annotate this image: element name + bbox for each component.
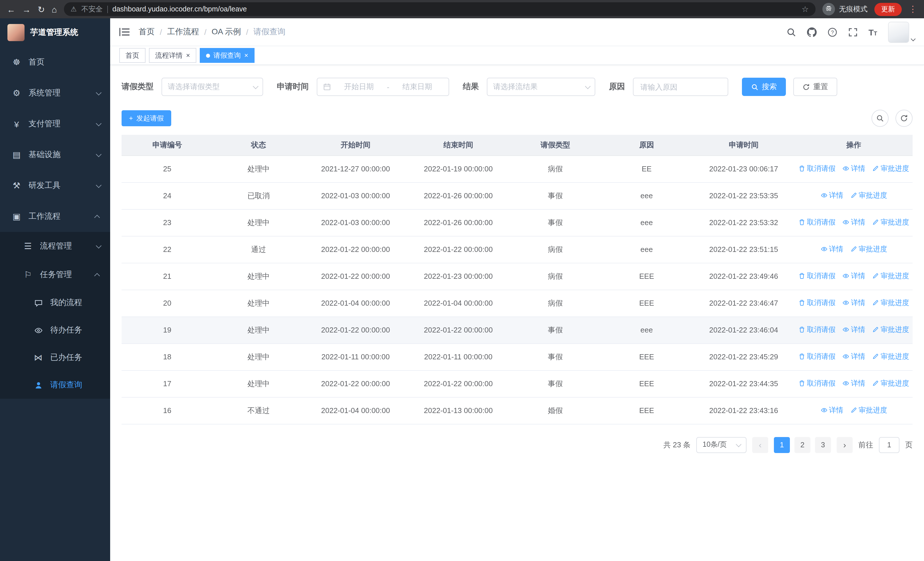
url-text[interactable]: dashboard.yudao.iocoder.cn/bpm/oa/leave: [112, 5, 797, 13]
sidebar-item-my-process[interactable]: 我的流程: [0, 289, 110, 316]
address-bar[interactable]: ⚠ 不安全 dashboard.yudao.iocoder.cn/bpm/oa/…: [64, 2, 816, 16]
page-button-1[interactable]: 1: [774, 437, 790, 453]
page-button-2[interactable]: 2: [795, 437, 810, 453]
sidebar-item-label: 基础设施: [28, 150, 60, 160]
audit-progress-link[interactable]: 审批进度: [872, 164, 909, 174]
cancel-leave-link[interactable]: 取消请假: [798, 271, 836, 281]
font-size-icon[interactable]: TT: [868, 28, 877, 36]
action-label: 审批进度: [859, 406, 887, 415]
detail-link[interactable]: 详情: [820, 245, 843, 254]
search-icon[interactable]: [786, 27, 796, 37]
avatar[interactable]: [888, 21, 909, 42]
page-button-3[interactable]: 3: [815, 437, 831, 453]
collapse-sidebar-icon[interactable]: [119, 27, 129, 36]
end-time-cell: 2022-01-19 00:00:00: [407, 155, 510, 182]
page-size-select[interactable]: 10条/页: [696, 437, 747, 453]
audit-progress-link[interactable]: 审批进度: [850, 406, 887, 415]
forward-icon[interactable]: →: [22, 5, 31, 14]
apply-time-range-picker[interactable]: 开始日期 - 结束日期: [317, 78, 449, 96]
reset-button[interactable]: 重置: [793, 78, 837, 96]
detail-link[interactable]: 详情: [842, 164, 865, 174]
tab-process-detail[interactable]: 流程详情 ×: [149, 48, 196, 63]
detail-link[interactable]: 详情: [842, 379, 865, 388]
apply-time-cell: 2022-01-22 23:45:29: [692, 343, 795, 370]
security-label[interactable]: 不安全: [81, 4, 103, 14]
close-icon[interactable]: ×: [244, 52, 248, 59]
detail-link[interactable]: 详情: [842, 352, 865, 362]
detail-link[interactable]: 详情: [842, 218, 865, 227]
goto-page-input[interactable]: [879, 437, 900, 453]
sidebar-item-leave-query[interactable]: 请假查询: [0, 371, 110, 399]
status-cell: 处理中: [213, 290, 304, 316]
cancel-leave-link[interactable]: 取消请假: [798, 298, 836, 308]
audit-progress-link[interactable]: 审批进度: [872, 352, 909, 362]
edit-icon: [872, 300, 879, 307]
detail-link[interactable]: 详情: [842, 325, 865, 335]
sidebar-item-workflow[interactable]: ▣ 工作流程: [0, 201, 110, 232]
cancel-leave-link[interactable]: 取消请假: [798, 379, 836, 388]
detail-link[interactable]: 详情: [820, 191, 843, 200]
detail-link[interactable]: 详情: [842, 298, 865, 308]
browser-menu-icon[interactable]: ⋮: [909, 4, 917, 14]
cancel-leave-link[interactable]: 取消请假: [798, 218, 836, 227]
application-id-cell: 22: [122, 236, 213, 263]
fullscreen-icon[interactable]: [848, 27, 858, 37]
reload-icon[interactable]: ↻: [38, 5, 45, 14]
back-icon[interactable]: ←: [7, 5, 15, 14]
create-leave-button[interactable]: + 发起请假: [122, 110, 171, 126]
search-button[interactable]: 搜索: [742, 78, 786, 96]
end-time-cell: 2022-01-11 00:00:00: [407, 343, 510, 370]
audit-progress-link[interactable]: 审批进度: [850, 191, 887, 200]
audit-progress-link[interactable]: 审批进度: [872, 298, 909, 308]
sidebar-item-devtools[interactable]: ⚒ 研发工具: [0, 170, 110, 201]
table-row: 16不通过2022-01-04 00:00:002022-01-13 00:00…: [122, 397, 913, 424]
sidebar-item-system[interactable]: ⚙ 系统管理: [0, 78, 110, 108]
incognito-icon: [822, 3, 835, 15]
sidebar-item-home[interactable]: ☸ 首页: [0, 47, 110, 78]
sidebar-item-process-mgmt[interactable]: ☰ 流程管理: [0, 232, 110, 260]
audit-progress-link[interactable]: 审批进度: [872, 271, 909, 281]
status-cell: 处理中: [213, 370, 304, 397]
user-menu[interactable]: [888, 21, 915, 42]
breadcrumb-item[interactable]: OA 示例: [212, 27, 241, 37]
audit-progress-link[interactable]: 审批进度: [872, 379, 909, 388]
update-button[interactable]: 更新: [874, 3, 902, 16]
browser-home-icon[interactable]: ⌂: [52, 5, 57, 14]
cancel-leave-link[interactable]: 取消请假: [798, 352, 836, 362]
reason-input[interactable]: [633, 78, 728, 96]
cancel-leave-link[interactable]: 取消请假: [798, 164, 836, 174]
goto-label: 前往: [858, 439, 873, 450]
github-icon[interactable]: [807, 27, 816, 37]
sidebar-menu: ☸ 首页 ⚙ 系统管理 ¥ 支付管理 ▤ 基础设施 ⚒ 研发工具: [0, 47, 110, 399]
table-header-row: 申请编号 状态 开始时间 结束时间 请假类型 原因 申请时间 操作: [122, 135, 913, 155]
sidebar-item-done-tasks[interactable]: ⋈ 已办任务: [0, 344, 110, 371]
prev-page-button[interactable]: ‹: [752, 437, 768, 453]
audit-progress-link[interactable]: 审批进度: [872, 325, 909, 335]
start-date-input[interactable]: 开始日期: [333, 82, 385, 92]
sidebar-item-payment[interactable]: ¥ 支付管理: [0, 108, 110, 139]
tab-leave-query[interactable]: 请假查询 ×: [200, 48, 255, 63]
toggle-search-button[interactable]: [872, 110, 889, 127]
breadcrumb-item[interactable]: 工作流程: [167, 27, 199, 37]
refresh-table-button[interactable]: [896, 110, 913, 127]
sidebar-item-todo-tasks[interactable]: 待办任务: [0, 316, 110, 344]
detail-link[interactable]: 详情: [842, 271, 865, 281]
cancel-leave-link[interactable]: 取消请假: [798, 325, 836, 335]
sidebar-item-task-mgmt[interactable]: ⚐ 任务管理: [0, 260, 110, 289]
audit-progress-link[interactable]: 审批进度: [850, 245, 887, 254]
chat-icon: [33, 298, 44, 308]
bookmark-star-icon[interactable]: ☆: [802, 5, 809, 14]
next-page-button[interactable]: ›: [837, 437, 853, 453]
close-icon[interactable]: ×: [186, 52, 190, 59]
breadcrumb-item[interactable]: 首页: [139, 27, 154, 37]
detail-link[interactable]: 详情: [820, 406, 843, 415]
leave-type-select[interactable]: 请选择请假类型: [162, 78, 263, 96]
sidebar-item-infra[interactable]: ▤ 基础设施: [0, 139, 110, 170]
end-date-input[interactable]: 结束日期: [392, 82, 443, 92]
tags-view-bar: 首页 流程详情 × 请假查询 ×: [110, 46, 924, 65]
tab-home[interactable]: 首页: [119, 48, 146, 63]
app-logo[interactable]: 芋道管理系统: [0, 18, 110, 47]
audit-progress-link[interactable]: 审批进度: [872, 218, 909, 227]
result-select[interactable]: 请选择流结果: [487, 78, 595, 96]
help-icon[interactable]: ?: [827, 27, 837, 37]
